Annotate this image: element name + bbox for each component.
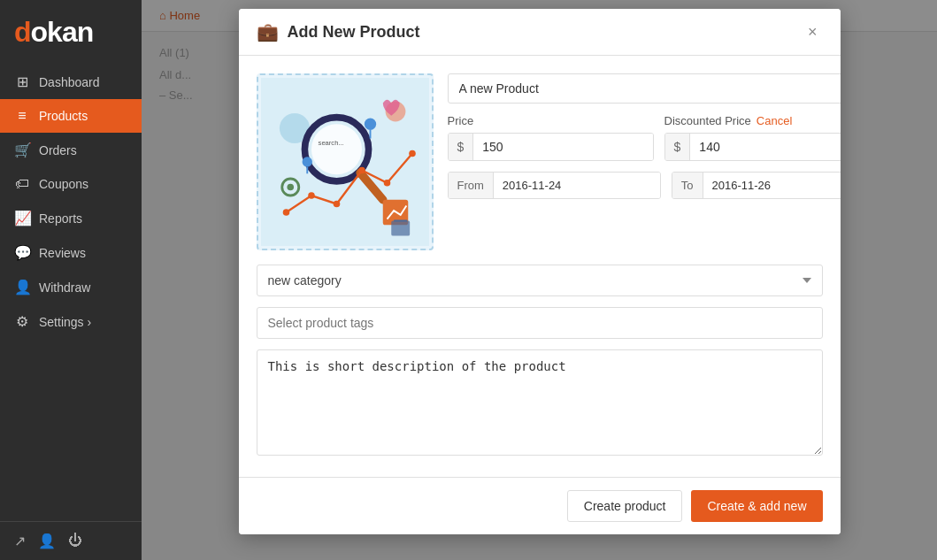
user-icon[interactable]: 👤 xyxy=(38,533,56,549)
sidebar-item-label: Orders xyxy=(39,143,77,157)
sidebar-item-withdraw[interactable]: 👤 Withdraw xyxy=(0,270,142,304)
sidebar-item-label: Reports xyxy=(39,211,82,226)
orders-icon: 🛒 xyxy=(14,142,30,158)
sidebar-logo: dokan xyxy=(0,0,142,65)
svg-point-9 xyxy=(358,167,365,174)
description-textarea[interactable]: This is short description of the product xyxy=(257,349,823,456)
svg-rect-20 xyxy=(391,221,410,236)
modal-body: search... xyxy=(239,56,841,477)
logo-rest: okan xyxy=(31,16,94,48)
sidebar-item-dashboard[interactable]: ⊞ Dashboard xyxy=(0,65,142,99)
svg-point-7 xyxy=(308,192,315,199)
sidebar-item-label: Coupons xyxy=(39,177,88,191)
product-image-svg: search... xyxy=(261,78,429,246)
modal-overlay[interactable]: 💼 Add New Product × xyxy=(142,0,937,560)
modal-close-button[interactable]: × xyxy=(803,22,823,42)
from-date-wrap: From xyxy=(448,172,661,199)
sidebar-item-label: Withdraw xyxy=(39,280,90,295)
dashboard-icon: ⊞ xyxy=(14,73,30,90)
cancel-discount-link[interactable]: Cancel xyxy=(757,114,792,127)
sidebar-item-products[interactable]: ≡ Products xyxy=(0,99,142,133)
category-select[interactable]: new category Electronics Clothing xyxy=(257,265,823,296)
sidebar-navigation: ⊞ Dashboard ≡ Products 🛒 Orders 🏷 Coupon… xyxy=(0,65,142,521)
power-icon[interactable]: ⏻ xyxy=(68,533,82,549)
price-input[interactable] xyxy=(473,134,652,160)
from-date-input[interactable] xyxy=(494,173,660,198)
date-row: From To xyxy=(448,172,841,199)
product-name-input[interactable] xyxy=(448,73,841,104)
sidebar-item-orders[interactable]: 🛒 Orders xyxy=(0,133,142,167)
modal-header: 💼 Add New Product × xyxy=(239,9,841,56)
create-product-button[interactable]: Create product xyxy=(567,490,683,522)
tags-input[interactable] xyxy=(257,307,823,339)
price-row: Price $ Discounted Price Canc xyxy=(448,114,841,161)
modal-title: 💼 Add New Product xyxy=(257,21,420,42)
sidebar-bottom: ↗ 👤 ⏻ xyxy=(0,521,142,560)
coupons-icon: 🏷 xyxy=(14,176,30,192)
reports-icon: 📈 xyxy=(14,210,30,226)
modal-top-section: search... xyxy=(257,73,823,250)
to-date-input[interactable] xyxy=(703,173,841,198)
sidebar-item-label: Reviews xyxy=(39,246,86,260)
discount-price-symbol: $ xyxy=(665,134,691,160)
to-date-wrap: To xyxy=(672,172,841,199)
discounted-price-label: Discounted Price Cancel xyxy=(664,114,841,127)
modal-footer: Create product Create & add new xyxy=(239,477,841,534)
discounted-price-input-wrap: $ xyxy=(664,133,841,161)
sidebar-item-reviews[interactable]: 💬 Reviews xyxy=(0,235,142,270)
price-label: Price xyxy=(448,114,654,127)
settings-icon: ⚙ xyxy=(14,313,30,330)
create-and-add-button[interactable]: Create & add new xyxy=(691,490,822,522)
main-content: ⌂ Home All (1) All d... – Se... 💼 Add Ne… xyxy=(142,0,937,560)
sidebar-item-coupons[interactable]: 🏷 Coupons xyxy=(0,167,142,201)
svg-point-6 xyxy=(282,209,289,216)
sidebar-item-reports[interactable]: 📈 Reports xyxy=(0,201,142,235)
svg-text:search...: search... xyxy=(318,139,343,147)
svg-point-19 xyxy=(287,184,294,191)
from-date-group: From xyxy=(448,172,661,199)
price-group: Price $ xyxy=(448,114,654,161)
price-input-wrap: $ xyxy=(448,133,654,161)
product-fields: Price $ Discounted Price Canc xyxy=(448,73,841,250)
sidebar-item-label: Dashboard xyxy=(39,75,100,89)
to-date-group: To xyxy=(672,172,841,199)
modal-title-text: Add New Product xyxy=(288,23,420,42)
withdraw-icon: 👤 xyxy=(14,279,30,295)
product-image-preview[interactable]: search... xyxy=(257,73,434,250)
sidebar-item-label: Settings › xyxy=(39,315,91,329)
svg-point-14 xyxy=(364,119,375,130)
discounted-price-input[interactable] xyxy=(690,134,840,160)
discounted-price-group: Discounted Price Cancel $ xyxy=(664,114,841,161)
svg-point-8 xyxy=(333,201,340,208)
reviews-icon: 💬 xyxy=(14,244,30,261)
sidebar: dokan ⊞ Dashboard ≡ Products 🛒 Orders 🏷 … xyxy=(0,0,142,560)
products-icon: ≡ xyxy=(14,108,30,124)
from-label: From xyxy=(449,173,494,198)
svg-point-10 xyxy=(383,180,390,187)
sidebar-item-settings[interactable]: ⚙ Settings › xyxy=(0,304,142,339)
svg-point-16 xyxy=(302,157,311,166)
svg-point-11 xyxy=(409,150,416,157)
svg-point-4 xyxy=(311,124,362,174)
price-symbol: $ xyxy=(449,134,474,160)
to-label: To xyxy=(672,173,703,198)
logo-d: d xyxy=(14,16,31,48)
sidebar-item-label: Products xyxy=(39,109,88,123)
external-link-icon[interactable]: ↗ xyxy=(14,533,26,549)
briefcase-icon: 💼 xyxy=(257,21,279,42)
add-product-modal: 💼 Add New Product × xyxy=(239,9,841,534)
